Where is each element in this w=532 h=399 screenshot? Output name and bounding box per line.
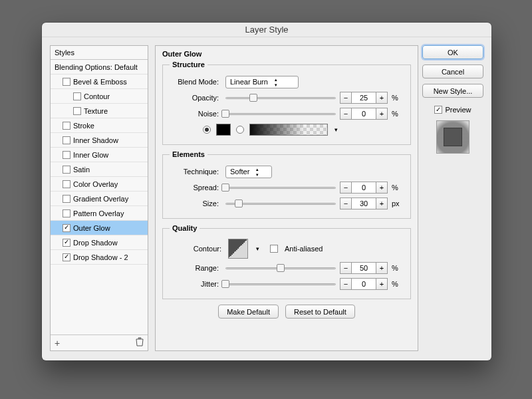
checkbox-satin[interactable] bbox=[63, 166, 70, 174]
contour-picker[interactable] bbox=[228, 239, 248, 259]
spread-value[interactable]: 0 bbox=[352, 182, 376, 194]
range-increment[interactable]: + bbox=[376, 262, 388, 274]
checkbox-pattern-overlay[interactable] bbox=[63, 209, 70, 217]
spread-slider[interactable] bbox=[225, 183, 336, 192]
chevron-down-icon[interactable]: ▾ bbox=[256, 245, 259, 252]
style-label: Satin bbox=[73, 162, 90, 177]
noise-value[interactable]: 0 bbox=[352, 108, 376, 120]
range-stepper[interactable]: − 50 + bbox=[340, 262, 388, 274]
opacity-decrement[interactable]: − bbox=[340, 92, 352, 104]
range-slider[interactable] bbox=[225, 263, 336, 273]
style-row-contour[interactable]: Contour bbox=[51, 89, 148, 104]
noise-slider[interactable] bbox=[225, 109, 336, 118]
trash-icon[interactable] bbox=[136, 337, 144, 348]
opacity-increment[interactable]: + bbox=[376, 92, 388, 104]
spread-stepper[interactable]: − 0 + bbox=[340, 182, 388, 194]
opacity-slider[interactable] bbox=[225, 93, 336, 102]
preview-checkbox[interactable] bbox=[434, 106, 442, 114]
contour-label: Contour: bbox=[190, 245, 221, 253]
blending-options-row[interactable]: Blending Options: Default bbox=[51, 60, 148, 74]
checkbox-bevel-emboss[interactable] bbox=[63, 78, 70, 86]
glow-gradient-swatch[interactable] bbox=[249, 124, 328, 136]
checkbox-inner-shadow[interactable] bbox=[63, 136, 70, 144]
chevron-updown-icon bbox=[272, 77, 280, 87]
style-label: Drop Shadow bbox=[73, 235, 118, 250]
style-row-pattern-overlay[interactable]: Pattern Overlay bbox=[51, 206, 148, 221]
style-row-gradient-overlay[interactable]: Gradient Overlay bbox=[51, 192, 148, 206]
checkbox-texture[interactable] bbox=[73, 107, 81, 115]
ok-button[interactable]: OK bbox=[422, 45, 483, 59]
jitter-decrement[interactable]: − bbox=[340, 278, 352, 290]
style-row-outer-glow[interactable]: Outer Glow bbox=[51, 221, 148, 235]
add-style-icon[interactable]: + bbox=[55, 338, 60, 348]
jitter-stepper[interactable]: − 0 + bbox=[340, 278, 388, 290]
style-row-drop-shadow[interactable]: Drop Shadow bbox=[51, 235, 148, 250]
opacity-label: Opacity: bbox=[170, 94, 221, 102]
styles-panel: Styles Blending Options: Default Bevel &… bbox=[50, 45, 148, 351]
style-row-drop-shadow-2[interactable]: Drop Shadow - 2 bbox=[51, 250, 148, 265]
style-label: Contour bbox=[84, 89, 110, 104]
style-row-bevel-emboss[interactable]: Bevel & Emboss bbox=[51, 74, 148, 89]
checkbox-contour[interactable] bbox=[73, 92, 81, 100]
quality-group: Quality Contour: ▾ Anti-aliased Range: − bbox=[162, 224, 411, 299]
style-row-inner-shadow[interactable]: Inner Shadow bbox=[51, 133, 148, 148]
checkbox-drop-shadow[interactable] bbox=[63, 239, 70, 247]
checkbox-inner-glow[interactable] bbox=[63, 151, 70, 159]
noise-stepper[interactable]: − 0 + bbox=[340, 108, 388, 120]
styles-footer: + bbox=[51, 334, 148, 350]
preview-label: Preview bbox=[445, 106, 471, 114]
blending-options-label: Blending Options: Default bbox=[55, 60, 138, 74]
size-stepper[interactable]: − 30 + bbox=[340, 198, 388, 209]
blend-mode-select[interactable]: Linear Burn bbox=[225, 76, 299, 88]
style-label: Gradient Overlay bbox=[73, 192, 128, 206]
style-label: Texture bbox=[84, 104, 108, 118]
make-default-button[interactable]: Make Default bbox=[218, 305, 279, 319]
technique-select[interactable]: Softer bbox=[225, 166, 272, 178]
opacity-value[interactable]: 25 bbox=[352, 92, 376, 104]
jitter-slider[interactable] bbox=[225, 279, 336, 289]
glow-gradient-radio[interactable] bbox=[236, 126, 244, 134]
style-row-color-overlay[interactable]: Color Overlay bbox=[51, 177, 148, 192]
style-row-stroke[interactable]: Stroke bbox=[51, 118, 148, 133]
chevron-down-icon[interactable]: ▾ bbox=[334, 126, 338, 133]
glow-color-swatch[interactable] bbox=[216, 124, 231, 136]
range-decrement[interactable]: − bbox=[340, 262, 352, 274]
style-label: Pattern Overlay bbox=[73, 206, 124, 221]
cancel-button[interactable]: Cancel bbox=[422, 65, 483, 78]
jitter-value[interactable]: 0 bbox=[352, 278, 376, 290]
style-row-texture[interactable]: Texture bbox=[51, 104, 148, 118]
range-value[interactable]: 50 bbox=[352, 262, 376, 274]
style-label: Drop Shadow - 2 bbox=[73, 250, 128, 265]
anti-aliased-checkbox[interactable] bbox=[270, 245, 278, 253]
size-increment[interactable]: + bbox=[376, 198, 388, 209]
checkbox-stroke[interactable] bbox=[63, 122, 70, 130]
style-label: Outer Glow bbox=[73, 221, 110, 235]
jitter-increment[interactable]: + bbox=[376, 278, 388, 290]
checkbox-gradient-overlay[interactable] bbox=[63, 195, 70, 203]
style-label: Inner Glow bbox=[73, 148, 108, 162]
noise-decrement[interactable]: − bbox=[340, 108, 352, 120]
style-row-satin[interactable]: Satin bbox=[51, 162, 148, 177]
size-label: Size: bbox=[170, 200, 221, 207]
style-label: Stroke bbox=[73, 118, 94, 133]
checkbox-drop-shadow-2[interactable] bbox=[63, 253, 70, 261]
checkbox-color-overlay[interactable] bbox=[63, 180, 70, 188]
spread-label: Spread: bbox=[170, 184, 221, 192]
size-decrement[interactable]: − bbox=[340, 198, 352, 209]
spread-decrement[interactable]: − bbox=[340, 182, 352, 194]
spread-unit: % bbox=[392, 184, 404, 192]
blend-mode-value: Linear Burn bbox=[230, 78, 268, 86]
dialog-actions: OK Cancel New Style... Preview bbox=[422, 45, 483, 154]
checkbox-outer-glow[interactable] bbox=[63, 224, 70, 232]
spread-increment[interactable]: + bbox=[376, 182, 388, 194]
reset-default-button[interactable]: Reset to Default bbox=[285, 305, 355, 319]
noise-increment[interactable]: + bbox=[376, 108, 388, 120]
glow-color-radio[interactable] bbox=[203, 126, 211, 134]
size-value[interactable]: 30 bbox=[352, 198, 376, 209]
jitter-label: Jitter: bbox=[170, 280, 221, 288]
style-row-inner-glow[interactable]: Inner Glow bbox=[51, 148, 148, 162]
styles-header[interactable]: Styles bbox=[51, 46, 148, 60]
size-slider[interactable] bbox=[225, 199, 336, 208]
new-style-button[interactable]: New Style... bbox=[422, 84, 483, 98]
opacity-stepper[interactable]: − 25 + bbox=[340, 92, 388, 104]
